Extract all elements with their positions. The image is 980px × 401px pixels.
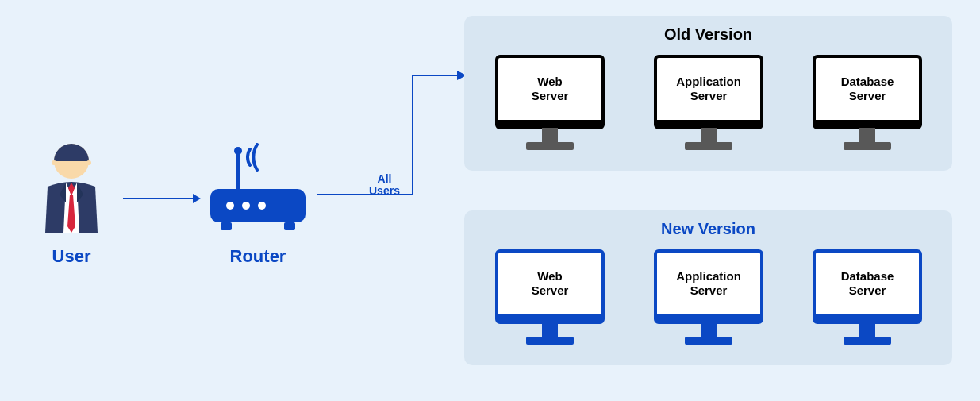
svg-rect-42 (859, 322, 875, 337)
svg-text:Server: Server (848, 89, 886, 102)
server-label-line1: Web (537, 75, 562, 88)
svg-rect-29 (497, 314, 603, 322)
svg-point-1 (52, 160, 56, 165)
svg-text:Web: Web (537, 269, 562, 283)
user-icon (36, 139, 107, 234)
server-old-app: Application Server (641, 50, 776, 156)
svg-point-5 (234, 147, 242, 155)
svg-text:Database: Database (840, 75, 894, 88)
svg-rect-36 (701, 322, 717, 337)
svg-text:Server: Server (690, 89, 727, 102)
svg-point-7 (226, 202, 234, 210)
monitor-icon: Application Server (641, 50, 776, 153)
svg-rect-25 (844, 142, 891, 150)
svg-point-8 (242, 202, 250, 210)
edge-label-line2: Users (369, 184, 400, 197)
svg-rect-23 (814, 120, 920, 128)
edge-label-all-users: All Users (369, 173, 400, 198)
svg-text:Server: Server (531, 283, 568, 297)
monitor-icon: Application Server (641, 245, 776, 348)
svg-rect-13 (497, 120, 603, 128)
svg-point-9 (258, 202, 266, 210)
server-label-line2: Server (531, 89, 568, 102)
svg-text:Server: Server (848, 283, 886, 297)
svg-rect-14 (542, 128, 558, 142)
new-version-group: New Version Web Server Application Serve… (464, 210, 952, 365)
svg-rect-15 (526, 142, 574, 150)
svg-rect-31 (526, 337, 574, 345)
svg-text:Server: Server (690, 283, 727, 297)
svg-point-2 (86, 160, 91, 165)
svg-text:Database: Database (840, 269, 894, 283)
edge-label-line1: All (378, 172, 392, 185)
server-new-db: Database Server (800, 245, 935, 351)
svg-rect-17 (655, 120, 762, 128)
arrow-user-to-router (123, 191, 202, 210)
server-old-db: Database Server (800, 50, 935, 156)
svg-rect-24 (859, 128, 875, 142)
svg-rect-43 (844, 337, 891, 345)
monitor-icon: Web Server (482, 50, 617, 153)
server-new-app: Application Server (641, 245, 776, 351)
svg-rect-10 (221, 222, 232, 230)
user-label: User (40, 246, 103, 267)
svg-rect-41 (814, 314, 920, 322)
svg-rect-19 (685, 142, 732, 150)
server-new-web: Web Server (482, 245, 617, 351)
old-version-group: Old Version Web Server Application Serve… (464, 16, 952, 171)
svg-rect-11 (284, 222, 295, 230)
svg-rect-30 (542, 322, 558, 337)
svg-rect-37 (685, 337, 732, 345)
svg-text:Application: Application (676, 269, 741, 283)
svg-rect-18 (701, 128, 717, 142)
monitor-icon: Database Server (800, 50, 935, 153)
router-icon (206, 143, 309, 238)
new-version-title: New Version (478, 220, 938, 238)
svg-rect-35 (655, 314, 762, 322)
router-label: Router (218, 246, 298, 267)
server-old-web: Web Server (482, 50, 617, 156)
monitor-icon: Database Server (800, 245, 935, 348)
svg-text:Application: Application (676, 75, 741, 88)
old-version-title: Old Version (478, 25, 938, 44)
monitor-icon: Web Server (482, 245, 617, 348)
